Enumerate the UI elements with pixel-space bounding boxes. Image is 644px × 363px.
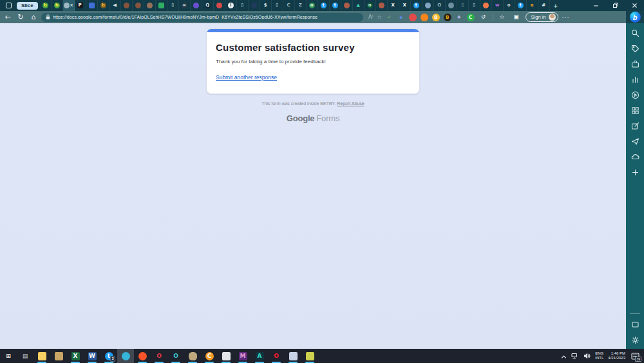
sidebar-tools-button[interactable] bbox=[629, 59, 641, 69]
home-button[interactable]: ⌂ bbox=[28, 14, 39, 21]
tab-brown-1[interactable] bbox=[121, 0, 133, 11]
close-button[interactable] bbox=[625, 0, 644, 11]
tab-twitter-3[interactable]: t bbox=[411, 0, 422, 11]
collections-button[interactable]: ▣ bbox=[511, 14, 522, 20]
tab-active-forms[interactable]: × bbox=[63, 0, 75, 11]
taskbar-m-purple[interactable]: M bbox=[234, 349, 251, 363]
tab-doc-3[interactable]: ▯ bbox=[272, 0, 283, 11]
report-abuse-link[interactable]: Report Abuse bbox=[337, 101, 364, 106]
tab-x-1[interactable]: X bbox=[388, 0, 399, 11]
taskbar-word[interactable]: W bbox=[84, 349, 100, 363]
add-favorite-button[interactable]: ☆ bbox=[377, 14, 381, 20]
sidebar-designer-button[interactable] bbox=[629, 121, 641, 131]
volume-tray-button[interactable] bbox=[583, 350, 591, 362]
read-aloud-button[interactable]: A⁾ bbox=[368, 14, 373, 20]
tab-twitter-2[interactable]: t bbox=[330, 0, 341, 11]
tab-q[interactable]: Q bbox=[202, 0, 214, 11]
taskbar-file-explorer[interactable] bbox=[33, 349, 50, 363]
taskbar-red-ring[interactable]: O bbox=[151, 349, 167, 363]
taskbar-opera[interactable]: O bbox=[268, 349, 285, 363]
taskbar-edge-active[interactable] bbox=[117, 349, 134, 363]
taskbar-tan-app[interactable] bbox=[184, 349, 201, 363]
tab-gray-o[interactable]: o bbox=[504, 0, 515, 11]
tab-grid[interactable]: # bbox=[538, 0, 550, 11]
sidebar-settings-button[interactable] bbox=[629, 335, 641, 345]
tab-navy[interactable] bbox=[249, 0, 260, 11]
tab-rust-2[interactable] bbox=[376, 0, 388, 11]
sidebar-drop-button[interactable] bbox=[629, 137, 641, 146]
sidebar-media-button[interactable] bbox=[629, 90, 641, 100]
tab-bet365-2[interactable]: b bbox=[52, 0, 63, 11]
ext-puzzle[interactable]: ❖ bbox=[455, 14, 463, 21]
refresh-button[interactable]: ↻ bbox=[15, 14, 26, 21]
tab-green-o[interactable]: o bbox=[307, 0, 318, 11]
tab-blue-square[interactable] bbox=[86, 0, 98, 11]
restore-button[interactable] bbox=[605, 0, 625, 11]
taskbar-task-view[interactable]: ▤ bbox=[17, 349, 33, 363]
taskbar-start[interactable]: ⊞ bbox=[0, 349, 17, 363]
tab-pill[interactable]: ∞ bbox=[179, 0, 191, 11]
sidebar-search-button[interactable] bbox=[629, 28, 641, 38]
ext-binance[interactable]: B bbox=[432, 14, 440, 21]
sidebar-office-button[interactable] bbox=[629, 106, 641, 115]
ext-shield[interactable]: ◆ bbox=[397, 14, 405, 21]
tab-flame[interactable]: e bbox=[527, 0, 538, 11]
tab-dim-blue[interactable] bbox=[422, 0, 434, 11]
show-hidden-icons-button[interactable] bbox=[561, 350, 567, 362]
tab-z[interactable]: Z bbox=[295, 0, 307, 11]
tab-group-label[interactable]: Slice bbox=[17, 2, 38, 10]
tab-doc-4[interactable]: ▯ bbox=[457, 0, 469, 11]
bing-icon[interactable]: b bbox=[630, 12, 641, 23]
tab-dim-gray[interactable] bbox=[446, 0, 457, 11]
action-center-button[interactable]: 39 bbox=[630, 351, 640, 361]
tab-w[interactable]: w bbox=[492, 0, 504, 11]
submit-another-response-link[interactable]: Submit another response bbox=[216, 74, 277, 81]
taskbar-opera-gx[interactable]: O bbox=[167, 349, 184, 363]
minimize-button[interactable] bbox=[586, 0, 605, 11]
taskbar-coin[interactable]: C bbox=[201, 349, 218, 363]
sidebar-games-button[interactable] bbox=[629, 75, 641, 84]
tab-green-square[interactable] bbox=[156, 0, 167, 11]
address-bar[interactable]: https://docs.google.com/forms/u/0/d/e/1F… bbox=[41, 13, 363, 22]
tab-brown-3[interactable] bbox=[144, 0, 156, 11]
tab-doc-1[interactable]: ▯ bbox=[167, 0, 179, 11]
tab-actions-button[interactable] bbox=[0, 0, 17, 11]
tab-gold-b[interactable]: b bbox=[98, 0, 109, 11]
language-indicator[interactable]: ENG INTL bbox=[595, 351, 603, 360]
tab-p[interactable]: P bbox=[75, 0, 86, 11]
taskbar-3d-box[interactable] bbox=[285, 349, 301, 363]
settings-more-button[interactable]: ··· bbox=[562, 14, 570, 21]
tab-doc-2[interactable]: ▯ bbox=[237, 0, 249, 11]
tab-purple[interactable] bbox=[191, 0, 202, 11]
tab-info[interactable]: i bbox=[225, 0, 237, 11]
tab-doc-5[interactable]: ▯ bbox=[469, 0, 480, 11]
tab-red-dot[interactable] bbox=[214, 0, 225, 11]
tab-x-2[interactable]: X bbox=[399, 0, 411, 11]
tab-triangle[interactable]: ▲ bbox=[353, 0, 365, 11]
tab-speaker[interactable]: ◀ bbox=[109, 0, 121, 11]
taskbar-monitor[interactable] bbox=[218, 349, 234, 363]
ext-check[interactable]: ✓ bbox=[386, 14, 393, 21]
sign-in-button[interactable]: Sign in bbox=[526, 12, 558, 22]
sidebar-customize-button[interactable] bbox=[629, 168, 641, 177]
tab-brown-2[interactable] bbox=[133, 0, 144, 11]
network-tray-button[interactable] bbox=[571, 350, 579, 362]
ext-metamask[interactable] bbox=[421, 14, 428, 21]
tab-peach[interactable] bbox=[480, 0, 492, 11]
tab-twitter-4[interactable]: t bbox=[515, 0, 527, 11]
clock[interactable]: 1:46 PM 4/21/2023 bbox=[608, 351, 625, 360]
sidebar-shopping-button[interactable] bbox=[629, 44, 641, 54]
taskbar-layers[interactable] bbox=[301, 349, 318, 363]
sidebar-weather-button[interactable] bbox=[629, 152, 641, 162]
favorites-button[interactable]: ☆ bbox=[497, 14, 507, 20]
taskbar-a-teal[interactable]: A bbox=[251, 349, 268, 363]
sidebar-hide-button[interactable] bbox=[629, 320, 641, 329]
back-button[interactable]: ← bbox=[3, 14, 13, 21]
tab-dollar[interactable]: $ bbox=[260, 0, 272, 11]
taskbar-excel[interactable]: X bbox=[67, 349, 84, 363]
taskbar-brave[interactable] bbox=[134, 349, 151, 363]
tab-bet365[interactable]: b bbox=[40, 0, 52, 11]
tab-c[interactable]: C bbox=[283, 0, 295, 11]
tab-darkgreen-o[interactable]: o bbox=[365, 0, 376, 11]
ext-red-ball[interactable] bbox=[409, 14, 417, 21]
